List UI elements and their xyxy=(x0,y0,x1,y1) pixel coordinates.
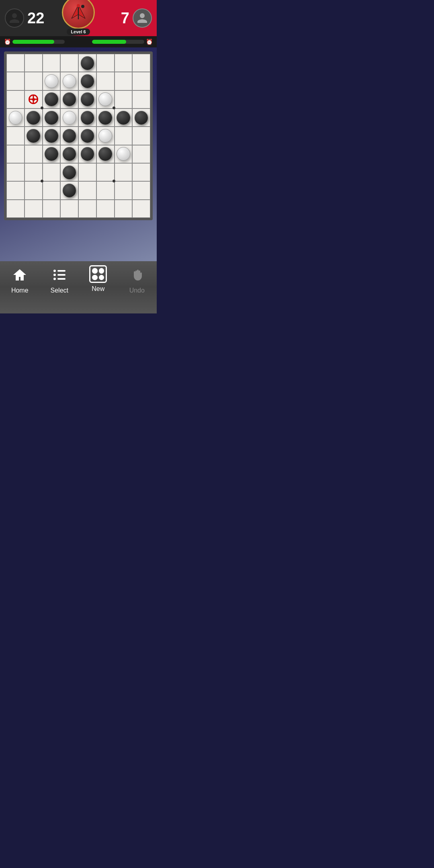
board-cell[interactable] xyxy=(96,72,115,90)
board-cell[interactable] xyxy=(115,163,133,181)
board-cell[interactable] xyxy=(6,145,25,163)
game-board[interactable] xyxy=(4,51,153,220)
board-cell[interactable] xyxy=(115,127,133,145)
nav-select[interactable]: Select xyxy=(50,265,69,294)
board-cell[interactable] xyxy=(43,200,61,218)
board-cell[interactable] xyxy=(60,163,78,181)
white-piece xyxy=(45,74,58,88)
board-cell[interactable] xyxy=(25,108,43,127)
black-piece xyxy=(27,129,40,143)
board-cell[interactable] xyxy=(78,200,96,218)
board-cell[interactable] xyxy=(6,181,25,199)
board-cell[interactable] xyxy=(78,72,96,90)
board-cell[interactable] xyxy=(25,72,43,90)
board-cell[interactable] xyxy=(132,127,150,145)
board-cell[interactable] xyxy=(78,90,96,108)
board-cell[interactable] xyxy=(6,72,25,90)
bottom-navigation: Home Select New xyxy=(0,261,157,313)
board-cell[interactable] xyxy=(96,200,115,218)
board-cell[interactable] xyxy=(25,200,43,218)
black-piece xyxy=(81,92,94,106)
board-cell[interactable] xyxy=(78,163,96,181)
timer-bar-right-fill xyxy=(92,40,126,44)
board-cell[interactable] xyxy=(60,90,78,108)
board-cell[interactable] xyxy=(43,108,61,127)
white-piece xyxy=(98,129,112,143)
board-cell[interactable] xyxy=(132,90,150,108)
board-cell[interactable] xyxy=(60,145,78,163)
board-cell[interactable] xyxy=(132,163,150,181)
black-piece xyxy=(98,111,112,125)
svg-point-4 xyxy=(53,270,56,272)
board-cell[interactable] xyxy=(115,145,133,163)
board-cell[interactable] xyxy=(43,145,61,163)
board-cell[interactable] xyxy=(132,54,150,72)
black-piece xyxy=(45,147,58,161)
board-cell[interactable] xyxy=(96,54,115,72)
board-cell[interactable] xyxy=(132,145,150,163)
timer-row: ⏰ ⏰ xyxy=(0,36,157,47)
timer-right: ⏰ xyxy=(92,39,153,45)
board-container xyxy=(0,47,157,224)
board-cell[interactable] xyxy=(96,163,115,181)
board-cell[interactable] xyxy=(43,54,61,72)
black-piece xyxy=(81,111,94,125)
nav-new[interactable]: New xyxy=(89,265,107,293)
board-cell[interactable] xyxy=(115,200,133,218)
board-cell[interactable] xyxy=(96,127,115,145)
board-cell[interactable] xyxy=(6,163,25,181)
board-cell[interactable] xyxy=(96,108,115,127)
board-cell[interactable] xyxy=(132,200,150,218)
board-cell[interactable] xyxy=(43,127,61,145)
black-piece xyxy=(45,92,58,106)
board-cell[interactable] xyxy=(43,163,61,181)
board-cell[interactable] xyxy=(6,200,25,218)
new-label: New xyxy=(92,285,104,293)
board-cell[interactable] xyxy=(60,72,78,90)
board-cell[interactable] xyxy=(25,127,43,145)
black-piece xyxy=(27,111,40,125)
board-cell[interactable] xyxy=(6,54,25,72)
board-cell[interactable] xyxy=(78,145,96,163)
board-cell[interactable] xyxy=(25,145,43,163)
board-cell[interactable] xyxy=(6,108,25,127)
board-cell[interactable] xyxy=(25,90,43,108)
home-icon xyxy=(10,265,29,285)
board-cell[interactable] xyxy=(132,181,150,199)
black-piece xyxy=(98,147,112,161)
white-piece xyxy=(63,111,76,125)
board-cell[interactable] xyxy=(43,90,61,108)
board-cell[interactable] xyxy=(78,54,96,72)
board-cell[interactable] xyxy=(115,108,133,127)
board-cell[interactable] xyxy=(78,127,96,145)
timer-left: ⏰ xyxy=(4,39,65,45)
board-cell[interactable] xyxy=(60,54,78,72)
board-cell[interactable] xyxy=(25,181,43,199)
black-piece xyxy=(45,111,58,125)
board-cell[interactable] xyxy=(132,108,150,127)
board-cell[interactable] xyxy=(115,181,133,199)
player1-info: 22 xyxy=(5,8,44,28)
board-cell[interactable] xyxy=(115,90,133,108)
board-cell[interactable] xyxy=(25,54,43,72)
nav-home[interactable]: Home xyxy=(10,265,29,294)
board-cell[interactable] xyxy=(6,127,25,145)
board-cell[interactable] xyxy=(60,108,78,127)
board-cell[interactable] xyxy=(25,163,43,181)
board-cell[interactable] xyxy=(60,200,78,218)
board-cell[interactable] xyxy=(60,127,78,145)
board-cell[interactable] xyxy=(96,90,115,108)
board-cell[interactable] xyxy=(96,145,115,163)
board-cell[interactable] xyxy=(43,181,61,199)
board-cell[interactable] xyxy=(78,108,96,127)
board-cell[interactable] xyxy=(115,72,133,90)
grid-dot-3 xyxy=(92,275,98,280)
board-cell[interactable] xyxy=(6,90,25,108)
board-cell[interactable] xyxy=(96,181,115,199)
board-cell[interactable] xyxy=(60,181,78,199)
board-cell[interactable] xyxy=(78,181,96,199)
nav-undo[interactable]: Undo xyxy=(127,265,147,294)
board-cell[interactable] xyxy=(132,72,150,90)
board-cell[interactable] xyxy=(43,72,61,90)
board-cell[interactable] xyxy=(115,54,133,72)
